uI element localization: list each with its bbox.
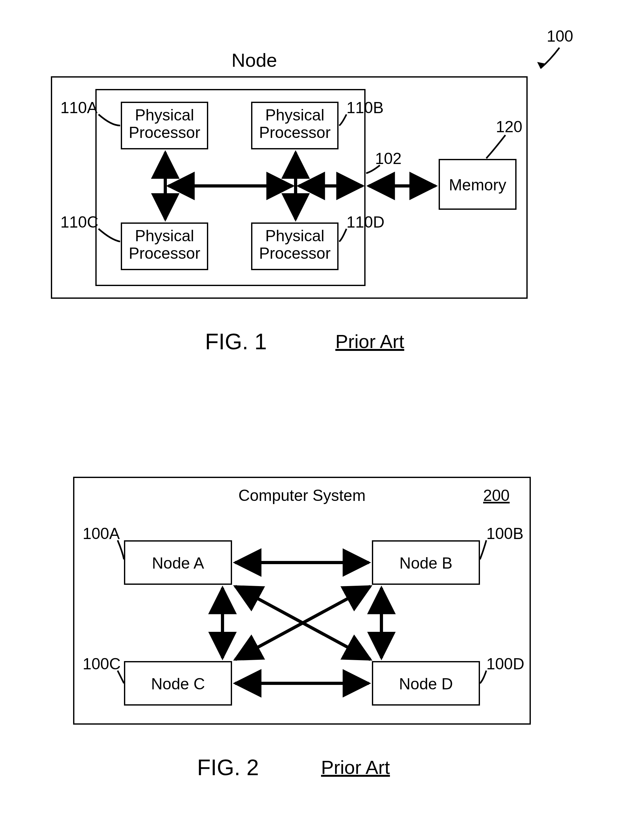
fig2-ref-100a: 100A	[83, 524, 120, 543]
fig1-ref-110d: 110D	[347, 213, 385, 231]
fig1-ref-110c: 110C	[60, 213, 98, 231]
fig2-ref-100d: 100D	[486, 655, 525, 673]
fig2-caption-prior: Prior Art	[321, 756, 390, 778]
fig1-proc-c-label: PhysicalProcessor	[121, 227, 208, 262]
fig2-ref-200: 200	[483, 486, 509, 505]
fig1-proc-d-label: PhysicalProcessor	[251, 227, 339, 262]
fig1-ref-100: 100	[547, 27, 573, 46]
fig1-ref-110a: 110A	[60, 98, 98, 117]
fig2-node-c-label: Node C	[124, 675, 232, 693]
fig1-caption-prior: Prior Art	[335, 331, 404, 353]
diagram-canvas: PhysicalProcessor PhysicalProcessor Phys…	[0, 0, 623, 840]
fig1-caption-fig: FIG. 1	[205, 329, 267, 354]
svg-marker-5	[537, 62, 545, 68]
fig2-node-d-label: Node D	[372, 675, 480, 693]
fig1-memory-label: Memory	[439, 176, 517, 194]
fig1-ref-110b: 110B	[347, 98, 384, 117]
fig1-ref-102: 102	[375, 149, 402, 168]
fig2-ref-100b: 100B	[486, 524, 523, 543]
fig2-title: Computer System	[222, 486, 381, 505]
fig1-ref-120: 120	[496, 118, 522, 136]
fig2-node-a-label: Node A	[124, 555, 232, 572]
fig2-node-b-label: Node B	[372, 555, 480, 572]
fig2-ref-100c: 100C	[83, 655, 121, 673]
fig1-proc-a-label: PhysicalProcessor	[121, 106, 208, 141]
fig2-caption-fig: FIG. 2	[197, 755, 259, 780]
fig1-title: Node	[222, 49, 286, 71]
fig1-proc-b-label: PhysicalProcessor	[251, 106, 339, 141]
